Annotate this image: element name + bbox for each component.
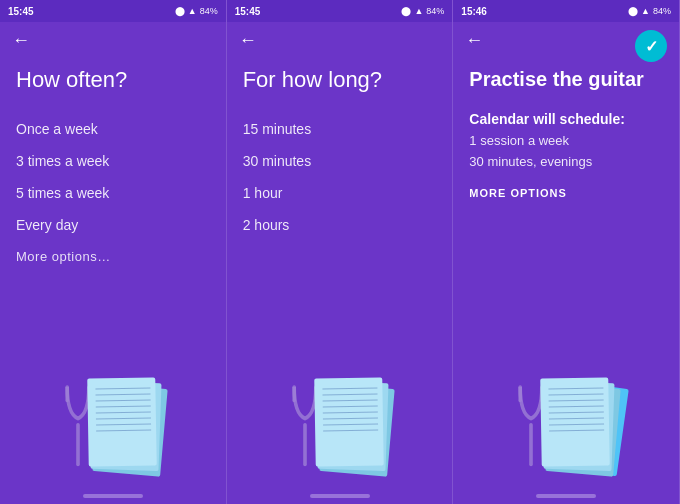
- status-bar-3: 15:46 ⬤ ▲ 84%: [453, 0, 679, 22]
- schedule-section: Calendar will schedule: 1 session a week…: [469, 111, 663, 199]
- sheet-front-1: [87, 377, 157, 466]
- option-every-day[interactable]: Every day: [16, 209, 210, 241]
- option-15-min[interactable]: 15 minutes: [243, 113, 437, 145]
- sheet-music-2: [315, 378, 395, 478]
- sheet-lines-3: [549, 387, 605, 436]
- more-options-3[interactable]: MORE OPTIONS: [469, 187, 663, 199]
- battery-icon-2: 84%: [426, 6, 444, 16]
- panel-3-title: Practise the guitar: [469, 67, 663, 91]
- confirm-check-button[interactable]: ✓: [635, 30, 667, 62]
- status-bar-2: 15:45 ⬤ ▲ 84%: [227, 0, 453, 22]
- option-1-hour[interactable]: 1 hour: [243, 177, 437, 209]
- status-icons-3: ⬤ ▲ 84%: [628, 6, 671, 16]
- sheet-lines-2: [322, 387, 378, 436]
- wifi-icon-3: ▲: [641, 6, 650, 16]
- status-time-3: 15:46: [461, 6, 487, 17]
- signal-icon-1: ⬤: [175, 6, 185, 16]
- signal-icon-3: ⬤: [628, 6, 638, 16]
- bottom-bar-1: [83, 494, 143, 498]
- option-3-times[interactable]: 3 times a week: [16, 145, 210, 177]
- panel-1-title: How often?: [16, 67, 210, 93]
- panel-2-title: For how long?: [243, 67, 437, 93]
- svg-rect-3: [303, 423, 307, 466]
- signal-icon-2: ⬤: [401, 6, 411, 16]
- back-arrow-icon-3: ←: [465, 30, 483, 50]
- status-bar-1: 15:45 ⬤ ▲ 84%: [0, 0, 226, 22]
- panel-practise-guitar: 15:46 ⬤ ▲ 84% ← ✓ Practise the guitar Ca…: [453, 0, 680, 504]
- battery-icon-3: 84%: [653, 6, 671, 16]
- schedule-detail-sessions: 1 session a week: [469, 131, 663, 152]
- svg-rect-0: [76, 423, 80, 466]
- status-time-1: 15:45: [8, 6, 34, 17]
- back-button-2[interactable]: ←: [227, 22, 453, 59]
- panel-how-often: 15:45 ⬤ ▲ 84% ← How often? Once a week 3…: [0, 0, 227, 504]
- sheet-front-3: [540, 377, 610, 466]
- checkmark-icon: ✓: [645, 37, 658, 56]
- bottom-bar-2: [310, 494, 370, 498]
- wifi-icon-2: ▲: [414, 6, 423, 16]
- panel-1-content: How often? Once a week 3 times a week 5 …: [0, 59, 226, 328]
- schedule-label: Calendar will schedule:: [469, 111, 663, 127]
- status-time-2: 15:45: [235, 6, 261, 17]
- back-arrow-icon-2: ←: [239, 30, 257, 50]
- option-2-hours[interactable]: 2 hours: [243, 209, 437, 241]
- illustration-3: [453, 328, 679, 488]
- sheet-front-2: [314, 377, 384, 466]
- back-arrow-icon-1: ←: [12, 30, 30, 50]
- bottom-bar-3: [536, 494, 596, 498]
- status-icons-2: ⬤ ▲ 84%: [401, 6, 444, 16]
- wifi-icon-1: ▲: [188, 6, 197, 16]
- panel-2-content: For how long? 15 minutes 30 minutes 1 ho…: [227, 59, 453, 328]
- back-button-1[interactable]: ←: [0, 22, 226, 59]
- battery-icon-1: 84%: [200, 6, 218, 16]
- option-once-week[interactable]: Once a week: [16, 113, 210, 145]
- option-30-min[interactable]: 30 minutes: [243, 145, 437, 177]
- status-icons-1: ⬤ ▲ 84%: [175, 6, 218, 16]
- option-5-times[interactable]: 5 times a week: [16, 177, 210, 209]
- sheet-lines-1: [95, 387, 151, 436]
- svg-rect-6: [529, 423, 533, 466]
- panel-3-content: Practise the guitar Calendar will schedu…: [453, 59, 679, 328]
- illustration-1: [0, 328, 226, 488]
- sheet-music-1: [88, 378, 168, 478]
- schedule-detail-duration: 30 minutes, evenings: [469, 152, 663, 173]
- sheet-music-3: [541, 378, 621, 478]
- panel-for-how-long: 15:45 ⬤ ▲ 84% ← For how long? 15 minutes…: [227, 0, 454, 504]
- illustration-2: [227, 328, 453, 488]
- more-options-1[interactable]: More options…: [16, 241, 210, 272]
